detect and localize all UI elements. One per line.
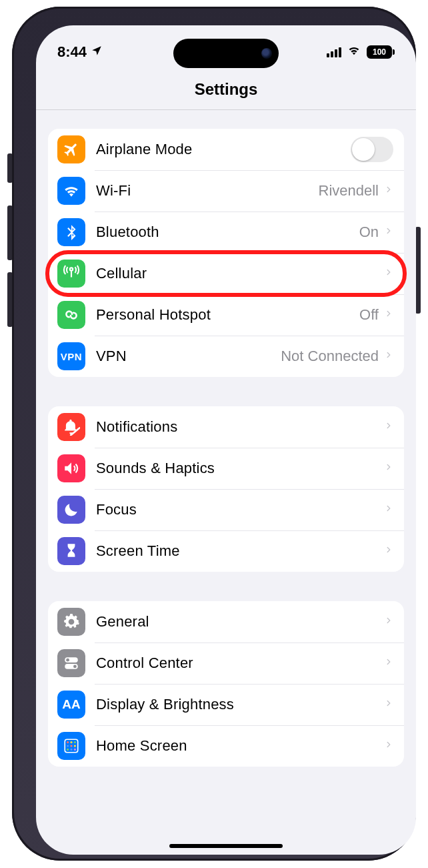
row-value: Rivendell [319, 182, 379, 199]
focus-icon [57, 496, 85, 524]
row-vpn[interactable]: VPNVPNNot Connected [48, 336, 404, 377]
row-notifications[interactable]: Notifications [48, 406, 404, 448]
wifi-icon [57, 177, 85, 205]
chevron-right-icon [384, 613, 393, 630]
display-icon: AA [57, 691, 85, 719]
cellular-icon [57, 260, 85, 288]
front-camera-icon [261, 48, 272, 59]
wifi-status-icon [347, 43, 361, 61]
row-value: On [359, 224, 379, 241]
row-airplane[interactable]: Airplane Mode [48, 129, 404, 170]
dynamic-island [173, 39, 279, 68]
row-sounds[interactable]: Sounds & Haptics [48, 448, 404, 489]
row-label: Cellular [96, 265, 384, 282]
row-label: VPN [96, 348, 281, 365]
airplane-icon [57, 135, 85, 163]
chevron-right-icon [384, 460, 393, 477]
home-indicator[interactable] [169, 844, 283, 848]
chevron-right-icon [384, 418, 393, 436]
chevron-right-icon [384, 348, 393, 365]
home-screen-icon [57, 732, 85, 760]
row-focus[interactable]: Focus [48, 489, 404, 530]
row-control-center[interactable]: Control Center [48, 642, 404, 684]
chevron-right-icon [384, 542, 393, 560]
screentime-icon [57, 537, 85, 565]
settings-group-0: Airplane ModeWi-FiRivendellBluetoothOnCe… [48, 129, 404, 377]
row-label: Bluetooth [96, 224, 359, 241]
row-wifi[interactable]: Wi-FiRivendell [48, 170, 404, 211]
row-label: Notifications [96, 418, 384, 436]
location-icon [91, 43, 103, 61]
settings-content[interactable]: Airplane ModeWi-FiRivendellBluetoothOnCe… [36, 110, 416, 767]
page-title: Settings [36, 72, 416, 110]
chevron-right-icon [384, 182, 393, 199]
sounds-icon [57, 454, 85, 482]
general-icon [57, 608, 85, 636]
control-center-icon [57, 649, 85, 677]
row-screentime[interactable]: Screen Time [48, 530, 404, 572]
chevron-right-icon [384, 265, 393, 282]
row-home-screen[interactable]: Home Screen [48, 725, 404, 767]
screen: 8:44 100 Settings Airplane ModeWi-FiRive… [36, 25, 416, 855]
row-label: General [96, 613, 384, 630]
chevron-right-icon [384, 737, 393, 755]
row-display[interactable]: AADisplay & Brightness [48, 684, 404, 725]
side-button [415, 227, 421, 314]
hotspot-icon [57, 301, 85, 329]
bluetooth-icon [57, 218, 85, 246]
row-label: Home Screen [96, 737, 384, 755]
status-time: 8:44 [57, 43, 87, 61]
row-label: Wi-Fi [96, 182, 319, 199]
row-label: Focus [96, 501, 384, 518]
vpn-icon: VPN [57, 342, 85, 370]
row-general[interactable]: General [48, 601, 404, 642]
chevron-right-icon [384, 655, 393, 672]
phone-frame: 8:44 100 Settings Airplane ModeWi-FiRive… [12, 7, 416, 861]
cellular-signal-icon [327, 47, 341, 57]
battery-icon: 100 [367, 45, 395, 59]
row-label: Airplane Mode [96, 141, 351, 158]
chevron-right-icon [384, 306, 393, 324]
row-label: Screen Time [96, 542, 384, 560]
row-label: Display & Brightness [96, 696, 384, 713]
row-cellular[interactable]: Cellular [48, 253, 404, 294]
row-hotspot[interactable]: Personal HotspotOff [48, 294, 404, 336]
row-label: Personal Hotspot [96, 306, 359, 324]
settings-group-2: GeneralControl CenterAADisplay & Brightn… [48, 601, 404, 767]
toggle-airplane[interactable] [351, 137, 393, 162]
settings-group-1: NotificationsSounds & HapticsFocusScreen… [48, 406, 404, 572]
notifications-icon [57, 413, 85, 441]
chevron-right-icon [384, 501, 393, 518]
chevron-right-icon [384, 696, 393, 713]
row-value: Off [359, 306, 379, 324]
row-bluetooth[interactable]: BluetoothOn [48, 211, 404, 253]
row-value: Not Connected [281, 348, 379, 365]
row-label: Control Center [96, 655, 384, 672]
row-label: Sounds & Haptics [96, 460, 384, 477]
chevron-right-icon [384, 224, 393, 241]
